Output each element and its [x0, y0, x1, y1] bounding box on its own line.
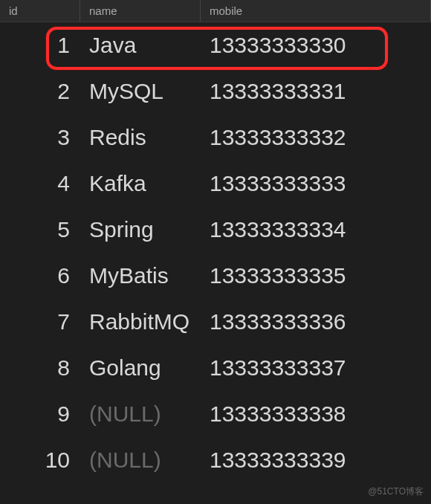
- cell-id[interactable]: 4: [0, 171, 80, 196]
- column-header-mobile[interactable]: mobile: [201, 0, 431, 22]
- cell-id[interactable]: 2: [0, 79, 80, 104]
- cell-name[interactable]: (NULL): [80, 401, 201, 427]
- cell-mobile[interactable]: 13333333334: [201, 217, 431, 242]
- table-row[interactable]: 1Java13333333330: [0, 22, 431, 68]
- cell-id[interactable]: 6: [0, 263, 80, 288]
- cell-mobile[interactable]: 13333333330: [201, 33, 431, 58]
- data-table: id name mobile 1Java133333333302MySQL133…: [0, 0, 431, 483]
- cell-name[interactable]: MyBatis: [80, 263, 201, 288]
- cell-mobile[interactable]: 13333333337: [201, 355, 431, 381]
- cell-id[interactable]: 10: [0, 448, 80, 473]
- cell-name[interactable]: MySQL: [80, 79, 201, 104]
- cell-name[interactable]: Spring: [80, 217, 201, 242]
- table-row[interactable]: 4Kafka13333333333: [0, 161, 431, 207]
- cell-mobile[interactable]: 13333333338: [201, 401, 431, 427]
- cell-mobile[interactable]: 13333333335: [201, 263, 431, 288]
- cell-name[interactable]: Java: [80, 33, 201, 58]
- column-header-id[interactable]: id: [0, 0, 80, 22]
- cell-id[interactable]: 5: [0, 217, 80, 242]
- cell-name[interactable]: (NULL): [80, 448, 201, 473]
- cell-name[interactable]: Redis: [80, 125, 201, 150]
- cell-mobile[interactable]: 13333333332: [201, 125, 431, 150]
- table-header-row: id name mobile: [0, 0, 431, 22]
- table-row[interactable]: 3Redis13333333332: [0, 114, 431, 161]
- cell-id[interactable]: 3: [0, 125, 80, 150]
- cell-name[interactable]: Kafka: [80, 171, 201, 196]
- table-body: 1Java133333333302MySQL133333333313Redis1…: [0, 22, 431, 483]
- table-row[interactable]: 5Spring13333333334: [0, 207, 431, 253]
- table-row[interactable]: 7RabbitMQ13333333336: [0, 299, 431, 345]
- cell-mobile[interactable]: 13333333336: [201, 309, 431, 335]
- cell-id[interactable]: 9: [0, 401, 80, 427]
- column-header-name[interactable]: name: [80, 0, 201, 22]
- watermark-text: @51CTO博客: [368, 485, 424, 498]
- cell-id[interactable]: 1: [0, 33, 80, 58]
- table-row[interactable]: 10(NULL)13333333339: [0, 437, 431, 483]
- table-row[interactable]: 2MySQL13333333331: [0, 68, 431, 114]
- table-row[interactable]: 9(NULL)13333333338: [0, 391, 431, 437]
- table-row[interactable]: 6MyBatis13333333335: [0, 253, 431, 299]
- cell-mobile[interactable]: 13333333331: [201, 79, 431, 104]
- cell-id[interactable]: 7: [0, 309, 80, 335]
- table-row[interactable]: 8Golang13333333337: [0, 345, 431, 391]
- cell-mobile[interactable]: 13333333339: [201, 448, 431, 473]
- cell-name[interactable]: Golang: [80, 355, 201, 381]
- cell-mobile[interactable]: 13333333333: [201, 171, 431, 196]
- cell-name[interactable]: RabbitMQ: [80, 309, 201, 335]
- cell-id[interactable]: 8: [0, 355, 80, 381]
